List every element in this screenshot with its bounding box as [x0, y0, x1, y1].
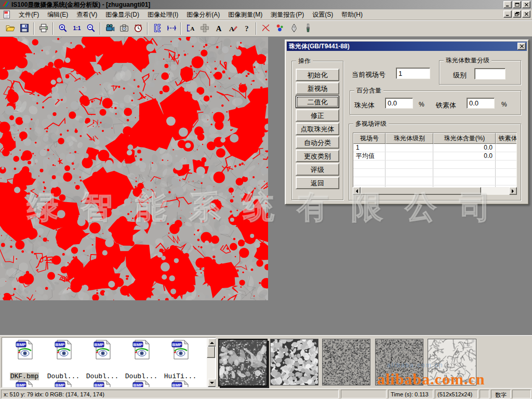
- caliper-button[interactable]: [151, 22, 164, 35]
- table-hscrollbar[interactable]: [353, 187, 517, 195]
- file-item-2[interactable]: BMPDoubl...: [83, 340, 122, 380]
- file-list: BMPDKF.bmpBMPBMPDoubl...BMPBMPDoubl...BM…: [2, 337, 216, 388]
- menu-item-2[interactable]: 查看(V): [72, 9, 101, 20]
- annotate-icon: A: [228, 23, 237, 34]
- dialog-close-button[interactable]: [517, 43, 526, 50]
- bmp-icon: BMP: [44, 380, 83, 388]
- dialog-titlebar[interactable]: 珠光体(GB/T9441-88): [287, 42, 527, 51]
- file-item-1[interactable]: BMPDoubl...: [44, 340, 83, 380]
- curve-button[interactable]: [259, 22, 272, 35]
- pen-button[interactable]: [287, 22, 300, 35]
- file-item-3[interactable]: BMPDoubl...: [122, 340, 161, 380]
- menu-item-6[interactable]: 图像测量(M): [224, 9, 267, 20]
- menu-item-8[interactable]: 设置(S): [308, 9, 337, 20]
- op-button-0[interactable]: 初始化: [296, 69, 339, 81]
- particles-button[interactable]: [273, 22, 286, 35]
- video-camera-button[interactable]: [103, 22, 116, 35]
- save-button[interactable]: [18, 22, 31, 35]
- text-button[interactable]: A: [212, 22, 225, 35]
- scroll-down-button[interactable]: [208, 379, 216, 387]
- open-folder-button[interactable]: [4, 22, 17, 35]
- pearlite-input[interactable]: [385, 98, 413, 109]
- ferrite-input[interactable]: [467, 98, 495, 109]
- table-row[interactable]: 平均值0.0: [353, 152, 516, 161]
- grid-button[interactable]: [198, 22, 211, 35]
- menu-item-1[interactable]: 编辑(E): [43, 9, 72, 20]
- application-window: IS100显微摄像系统(金相分析版) - [zhuguangti01] 文件(F…: [0, 0, 532, 399]
- hscroll-track[interactable]: [481, 187, 509, 195]
- scroll-up-button[interactable]: [208, 338, 216, 347]
- op-button-8[interactable]: 返回: [296, 177, 339, 189]
- status-position: x: 510 y: 79 idx: 0 RGB: (174, 174, 174): [1, 390, 339, 398]
- table-cell: [353, 177, 385, 185]
- svg-text:BMP: BMP: [134, 342, 143, 347]
- file-item-row2-0[interactable]: BMP: [5, 380, 44, 388]
- actual-size-button[interactable]: 1:1: [70, 22, 83, 35]
- op-button-5[interactable]: 自动分类: [296, 136, 339, 149]
- micrograph-image[interactable]: [0, 37, 268, 300]
- table-row[interactable]: [353, 169, 516, 177]
- menu-item-5[interactable]: 图像分析(A): [182, 9, 224, 20]
- thumbnail-2[interactable]: [322, 339, 370, 385]
- zoom-in-button[interactable]: [56, 22, 69, 35]
- mdi-restore-button[interactable]: [513, 10, 521, 18]
- level-input[interactable]: [474, 68, 506, 79]
- file-list-scrollbar[interactable]: [207, 338, 215, 387]
- thumbnail-3[interactable]: [375, 339, 423, 385]
- table-row[interactable]: [353, 177, 516, 185]
- maximize-button[interactable]: [513, 1, 521, 8]
- grading-group-label: 珠光体数量分级: [444, 56, 491, 65]
- scroll-down-icon: [210, 382, 214, 386]
- menu-item-0[interactable]: 文件(F): [15, 9, 43, 20]
- file-item-row2-1[interactable]: BMP: [44, 380, 83, 388]
- menu-item-9[interactable]: 帮助(H): [337, 9, 367, 20]
- op-button-3[interactable]: 修正: [296, 109, 339, 122]
- table-row[interactable]: [353, 161, 516, 169]
- file-item-0[interactable]: BMPDKF.bmp: [5, 340, 44, 380]
- hscroll-thumb[interactable]: [361, 187, 481, 195]
- mdi-close-button[interactable]: [522, 10, 530, 18]
- ruler-button[interactable]: [165, 22, 178, 35]
- svg-text:BMP: BMP: [56, 383, 65, 388]
- file-name: Doubl...: [125, 373, 158, 380]
- thumbnail-4[interactable]: [428, 339, 476, 385]
- thumbnail-0[interactable]: [218, 339, 268, 387]
- mdi-minimize-button[interactable]: [503, 10, 512, 18]
- camera-button[interactable]: [117, 22, 130, 35]
- op-button-1[interactable]: 新视场: [296, 82, 339, 95]
- file-name: DKF.bmp: [10, 373, 39, 380]
- menu-item-3[interactable]: 图像显示(D): [101, 9, 143, 20]
- annotate-button[interactable]: A: [226, 22, 239, 35]
- document-icon[interactable]: [2, 10, 11, 19]
- filmstrip-panel: BMPDKF.bmpBMPBMPDoubl...BMPBMPDoubl...BM…: [0, 335, 532, 388]
- window-titlebar[interactable]: IS100显微摄像系统(金相分析版) - [zhuguangti01]: [0, 0, 532, 9]
- svg-text:BMP: BMP: [17, 383, 26, 388]
- print-button[interactable]: [37, 22, 50, 35]
- measure-text-button[interactable]: A: [184, 22, 197, 35]
- op-button-2[interactable]: 二值化: [296, 96, 339, 108]
- zoom-out-button[interactable]: [84, 22, 97, 35]
- scroll-right-button[interactable]: [509, 187, 517, 195]
- brush-button[interactable]: [301, 22, 314, 35]
- file-item-row2-4[interactable]: BMP: [161, 380, 200, 388]
- minimize-button[interactable]: [503, 1, 512, 8]
- file-item-row2-3[interactable]: BMP: [122, 380, 161, 388]
- svg-text:BMP: BMP: [95, 383, 104, 388]
- table-cell: [385, 161, 433, 168]
- op-button-4[interactable]: 点取珠光体: [296, 123, 339, 135]
- op-button-6[interactable]: 更改类别: [296, 150, 339, 162]
- status-time: Time (s): 0.113: [388, 390, 433, 398]
- file-item-4[interactable]: BMPHuiTi...: [161, 340, 200, 380]
- current-field-input[interactable]: [396, 68, 430, 79]
- thumbnail-1[interactable]: [270, 339, 318, 385]
- op-button-7[interactable]: 评级: [296, 163, 339, 176]
- menu-item-4[interactable]: 图像处理(I): [143, 9, 182, 20]
- help-button[interactable]: ?: [240, 22, 253, 35]
- file-item-row2-2[interactable]: BMP: [83, 380, 122, 388]
- close-button[interactable]: [522, 1, 530, 8]
- scroll-left-button[interactable]: [353, 187, 361, 195]
- clock-button[interactable]: [131, 22, 144, 35]
- vscroll-thumb[interactable]: [207, 347, 215, 358]
- table-row[interactable]: 10.0: [353, 144, 516, 152]
- menu-item-7[interactable]: 测量报告(P): [267, 9, 308, 20]
